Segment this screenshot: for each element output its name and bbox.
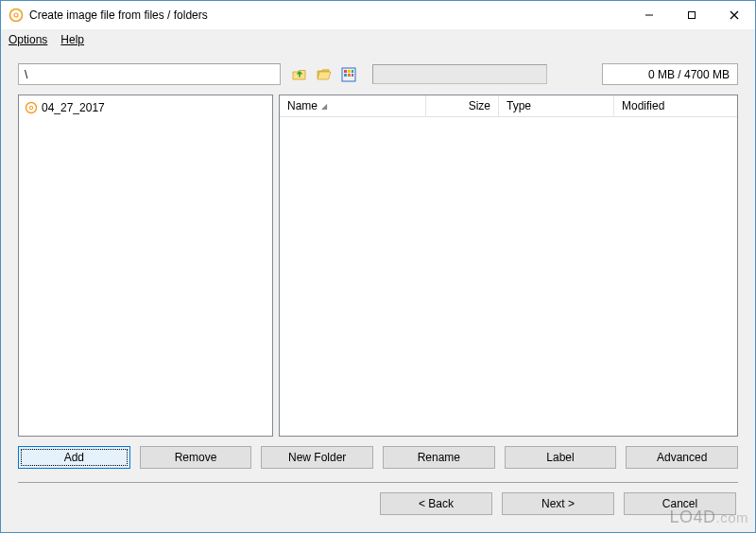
menu-options[interactable]: Options: [9, 33, 47, 46]
column-modified[interactable]: Modified: [614, 95, 737, 116]
wizard-button-row: < Back Next > Cancel: [18, 492, 738, 521]
svg-rect-10: [344, 74, 347, 77]
tree-pane[interactable]: 04_27_2017: [18, 95, 273, 437]
content-area: 0 MB / 4700 MB 04_27_2017: [1, 50, 755, 532]
folder-open-icon[interactable]: [314, 64, 335, 85]
disc-icon: [25, 101, 38, 114]
new-folder-button[interactable]: New Folder: [261, 446, 373, 469]
menu-help[interactable]: Help: [60, 33, 84, 46]
view-grid-icon[interactable]: [338, 64, 359, 85]
svg-point-13: [26, 103, 37, 113]
cancel-button[interactable]: Cancel: [624, 492, 736, 515]
column-size[interactable]: Size: [426, 95, 499, 116]
advanced-button[interactable]: Advanced: [626, 446, 738, 469]
minimize-button[interactable]: [627, 1, 670, 28]
separator: [18, 482, 738, 483]
label-button[interactable]: Label: [505, 446, 617, 469]
app-disc-icon: [9, 8, 24, 23]
window-controls: [627, 1, 755, 29]
list-header: Name ◢ Size Type Modified: [280, 95, 737, 117]
svg-rect-9: [352, 70, 353, 73]
action-button-row: Add Remove New Folder Rename Label Advan…: [18, 446, 738, 469]
window-root: Create image file from files / folders O…: [0, 0, 756, 533]
size-indicator: 0 MB / 4700 MB: [602, 63, 738, 85]
panes: 04_27_2017 Name ◢ Size Type Mo: [18, 95, 738, 437]
remove-button[interactable]: Remove: [140, 446, 252, 469]
minimize-icon: [644, 10, 654, 20]
back-button[interactable]: < Back: [380, 492, 492, 515]
maximize-button[interactable]: [670, 1, 713, 28]
maximize-icon: [687, 10, 696, 20]
close-icon: [730, 10, 739, 20]
path-input[interactable]: [18, 63, 281, 85]
menubar: Options Help: [1, 29, 755, 50]
next-button[interactable]: Next >: [502, 492, 614, 515]
progress-indicator: [372, 64, 547, 84]
folder-up-icon[interactable]: [289, 64, 310, 85]
tree-item[interactable]: 04_27_2017: [25, 99, 266, 116]
size-text: 0 MB / 4700 MB: [648, 68, 730, 81]
column-type[interactable]: Type: [499, 95, 614, 116]
close-button[interactable]: [713, 1, 755, 28]
list-body[interactable]: [280, 117, 737, 436]
svg-rect-8: [348, 70, 351, 73]
tree-item-label: 04_27_2017: [42, 101, 105, 114]
window-title: Create image file from files / folders: [29, 9, 208, 22]
svg-point-0: [10, 9, 23, 22]
column-name[interactable]: Name ◢: [280, 95, 426, 116]
sort-indicator-icon: ◢: [321, 102, 327, 111]
svg-point-1: [14, 13, 18, 17]
svg-rect-11: [348, 74, 351, 77]
list-pane[interactable]: Name ◢ Size Type Modified: [279, 95, 738, 437]
add-button[interactable]: Add: [18, 446, 130, 469]
titlebar: Create image file from files / folders: [1, 1, 755, 29]
svg-rect-12: [352, 74, 353, 77]
svg-point-14: [29, 106, 32, 109]
rename-button[interactable]: Rename: [383, 446, 495, 469]
svg-rect-7: [344, 70, 347, 73]
toolbar-row: 0 MB / 4700 MB: [18, 63, 738, 85]
svg-rect-3: [688, 11, 695, 18]
